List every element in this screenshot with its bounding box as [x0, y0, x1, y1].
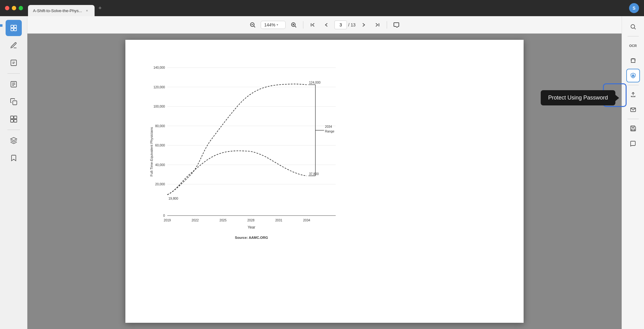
sidebar-divider-2: [7, 130, 20, 130]
right-search-button[interactable]: [626, 20, 640, 34]
svg-text:140,000: 140,000: [153, 66, 165, 69]
zoom-out-button[interactable]: [247, 19, 258, 30]
svg-text:37,800: 37,800: [309, 172, 319, 176]
zoom-arrow: ▾: [277, 23, 278, 26]
zoom-value: 144%: [264, 22, 275, 27]
svg-text:0: 0: [163, 214, 165, 217]
svg-text:60,000: 60,000: [155, 144, 165, 147]
svg-text:20,000: 20,000: [155, 183, 165, 186]
traffic-lights: [5, 6, 23, 10]
upper-curve: [167, 84, 307, 195]
annotate-right-button[interactable]: [626, 137, 640, 150]
svg-text:2028: 2028: [247, 219, 254, 222]
chart-svg: Full-Time-Equivalent Physicians 140,000: [144, 58, 362, 245]
svg-rect-3: [14, 28, 16, 31]
new-tab-button[interactable]: +: [96, 4, 105, 12]
right-panel: OCR: [622, 16, 644, 329]
toolbar-divider-2: [387, 21, 387, 29]
ocr-button[interactable]: OCR: [626, 39, 640, 53]
svg-text:40,000: 40,000: [155, 163, 165, 167]
svg-text:80,000: 80,000: [155, 124, 165, 128]
page-separator: /: [348, 22, 349, 27]
source-text: Source: AAMC.ORG: [235, 236, 268, 239]
svg-text:120,000: 120,000: [153, 86, 165, 89]
maximize-button[interactable]: [19, 6, 23, 10]
svg-rect-63: [632, 129, 635, 131]
share-button[interactable]: [626, 88, 640, 101]
sidebar-item-pages[interactable]: [6, 20, 22, 36]
svg-rect-13: [14, 116, 17, 119]
svg-text:124,000: 124,000: [309, 81, 320, 84]
sidebar-item-organize[interactable]: [6, 111, 22, 127]
titlebar: A-Shift-to-Solve-the-Phys... × + S: [0, 0, 644, 16]
nav-first-button[interactable]: [307, 19, 318, 30]
active-tab[interactable]: A-Shift-to-Solve-the-Phys... ×: [28, 5, 95, 16]
svg-text:2034: 2034: [325, 125, 332, 128]
protect-button[interactable]: [626, 69, 640, 82]
nav-last-button[interactable]: [372, 19, 383, 30]
svg-text:Range: Range: [325, 130, 334, 133]
svg-rect-12: [11, 116, 13, 119]
svg-rect-14: [11, 119, 13, 122]
y-axis-label: Full-Time-Equivalent Physicians: [150, 127, 153, 176]
svg-text:2031: 2031: [275, 219, 282, 222]
svg-point-58: [631, 25, 635, 28]
close-button[interactable]: [5, 6, 9, 10]
save-button[interactable]: [626, 122, 640, 135]
pdf-page: Full-Time-Equivalent Physicians 140,000: [125, 40, 524, 323]
svg-rect-11: [13, 101, 17, 105]
left-sidebar: [0, 16, 27, 329]
minimize-button[interactable]: [12, 6, 16, 10]
svg-text:100,000: 100,000: [153, 105, 165, 108]
sidebar-divider-1: [7, 73, 20, 74]
right-divider-3: [628, 119, 639, 119]
svg-rect-1: [14, 25, 16, 28]
svg-line-59: [634, 28, 636, 29]
comment-button[interactable]: [391, 19, 402, 30]
page-input[interactable]: [334, 21, 347, 29]
lower-curve: [167, 151, 307, 195]
zoom-in-button[interactable]: [288, 19, 299, 30]
toolbar: 144% ▾: [27, 16, 622, 34]
tooltip-box: Protect Using Password: [541, 90, 615, 105]
sidebar-item-text[interactable]: [6, 55, 22, 71]
svg-rect-4: [11, 60, 16, 66]
nav-prev-button[interactable]: [321, 19, 332, 30]
zoom-selector[interactable]: 144% ▾: [261, 21, 286, 29]
sidebar-item-forms[interactable]: [6, 76, 22, 92]
ocr-label: OCR: [629, 44, 637, 48]
main-layout: 144% ▾: [0, 16, 644, 329]
svg-rect-0: [11, 25, 13, 28]
svg-text:19,800: 19,800: [168, 197, 178, 200]
user-avatar[interactable]: S: [629, 3, 639, 13]
toolbar-divider-1: [303, 21, 303, 29]
svg-rect-2: [11, 28, 13, 31]
nav-next-button[interactable]: [358, 19, 369, 30]
svg-rect-15: [14, 119, 17, 122]
tooltip-container: Protect Using Password: [541, 90, 619, 105]
right-divider-1: [628, 36, 639, 36]
svg-text:2034: 2034: [303, 219, 310, 222]
svg-text:2025: 2025: [219, 219, 226, 222]
tab-bar: A-Shift-to-Solve-the-Phys... × +: [28, 0, 105, 16]
tab-close-button[interactable]: ×: [85, 8, 90, 13]
sidebar-item-copy[interactable]: [6, 94, 22, 110]
tooltip-arrow: [615, 95, 619, 101]
sidebar-item-bookmark[interactable]: [6, 150, 22, 166]
svg-line-19: [254, 26, 255, 27]
svg-text:2019: 2019: [164, 219, 171, 222]
sidebar-item-layers[interactable]: [6, 132, 22, 149]
email-button[interactable]: [626, 103, 640, 116]
pdf-container[interactable]: Full-Time-Equivalent Physicians 140,000: [27, 34, 622, 329]
convert-button[interactable]: [626, 54, 640, 67]
sidebar-item-annotate[interactable]: [6, 37, 22, 53]
page-nav: / 13: [334, 21, 355, 29]
chart-wrapper: Full-Time-Equivalent Physicians 140,000: [144, 52, 505, 253]
tab-title: A-Shift-to-Solve-the-Phys...: [33, 8, 82, 13]
svg-line-23: [295, 26, 296, 27]
content-area: 144% ▾: [27, 16, 622, 329]
svg-marker-16: [11, 137, 17, 141]
right-divider-2: [628, 85, 639, 85]
x-axis-label: Year: [248, 225, 255, 229]
tooltip-label: Protect Using Password: [548, 95, 608, 101]
